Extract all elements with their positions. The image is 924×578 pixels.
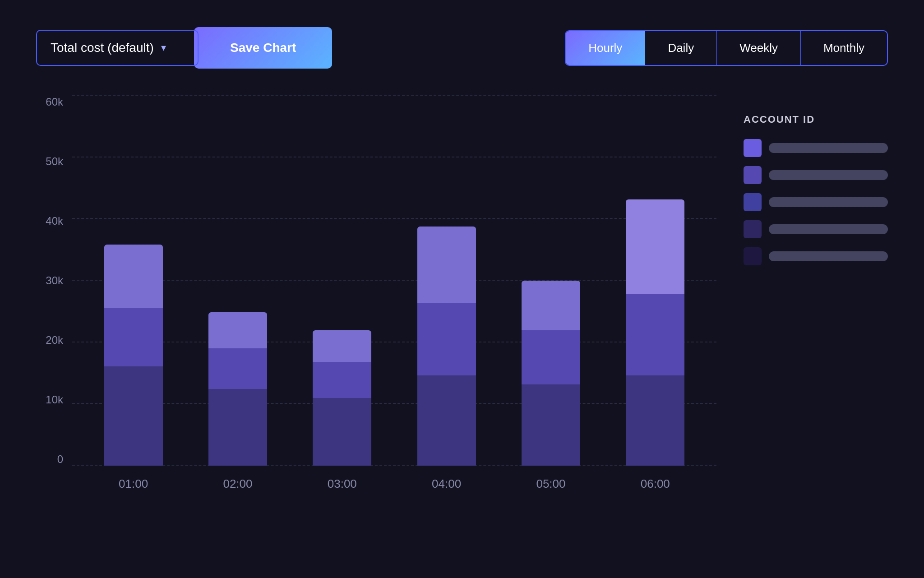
legend-color-1: [744, 139, 762, 157]
bar-segment-03-top: [313, 330, 371, 362]
legend-bar-1: [769, 143, 888, 153]
bars-container: [72, 96, 716, 466]
save-chart-button[interactable]: Save Chart: [194, 27, 332, 69]
y-label-50k: 50k: [46, 155, 63, 168]
legend-title: ACCOUNT ID: [744, 114, 888, 125]
x-label-03: 03:00: [313, 477, 371, 491]
top-controls: Total cost (default) ▾ Save Chart Hourly…: [36, 27, 888, 69]
bar-stack-06: [626, 199, 684, 466]
x-label-06: 06:00: [626, 477, 684, 491]
bar-stack-03: [313, 330, 371, 466]
x-axis: 01:00 02:00 03:00 04:00 05:00 06:00: [72, 466, 716, 502]
bar-segment-03-mid: [313, 362, 371, 398]
bar-stack-01: [104, 245, 163, 466]
legend-bar-3: [769, 197, 888, 207]
legend-panel: ACCOUNT ID: [744, 96, 888, 502]
y-axis: 60k 50k 40k 30k 20k 10k 0: [36, 96, 72, 466]
bar-segment-06-mid: [626, 294, 684, 375]
bar-segment-02-bot: [208, 389, 267, 466]
x-label-05: 05:00: [522, 477, 580, 491]
period-daily[interactable]: Daily: [645, 31, 717, 65]
bar-group-02: [208, 312, 267, 466]
bar-segment-02-top: [208, 312, 267, 348]
x-label-02: 02:00: [208, 477, 267, 491]
bar-group-04: [417, 227, 476, 466]
dropdown-label: Total cost (default): [51, 41, 154, 55]
y-label-0: 0: [57, 453, 63, 466]
left-controls: Total cost (default) ▾ Save Chart: [36, 27, 332, 69]
chart-container: 60k 50k 40k 30k 20k 10k 0: [36, 96, 888, 502]
metric-dropdown[interactable]: Total cost (default) ▾: [36, 30, 199, 66]
legend-color-2: [744, 166, 762, 184]
y-label-20k: 20k: [46, 334, 63, 347]
bar-group-01: [104, 245, 163, 466]
bar-segment-04-mid: [417, 303, 476, 375]
bar-segment-01-top: [104, 245, 163, 308]
y-label-60k: 60k: [46, 96, 63, 108]
chevron-down-icon: ▾: [161, 42, 166, 54]
legend-color-5: [744, 247, 762, 265]
bar-group-03: [313, 330, 371, 466]
legend-item-5: [744, 247, 888, 265]
y-label-10k: 10k: [46, 393, 63, 406]
legend-color-4: [744, 220, 762, 238]
legend-item-2: [744, 166, 888, 184]
bar-segment-04-bot: [417, 375, 476, 466]
bar-segment-06-top: [626, 199, 684, 294]
bar-segment-03-bot: [313, 398, 371, 466]
x-label-04: 04:00: [417, 477, 476, 491]
legend-item-4: [744, 220, 888, 238]
legend-item-3: [744, 193, 888, 211]
legend-bar-2: [769, 170, 888, 180]
period-monthly[interactable]: Monthly: [801, 31, 887, 65]
x-label-01: 01:00: [104, 477, 163, 491]
time-period-selector: Hourly Daily Weekly Monthly: [565, 30, 888, 66]
legend-bar-5: [769, 251, 888, 261]
bar-segment-01-bot: [104, 366, 163, 466]
bar-segment-05-mid: [522, 330, 580, 384]
bar-segment-05-top: [522, 281, 580, 330]
bar-segment-04-top: [417, 227, 476, 303]
main-container: Total cost (default) ▾ Save Chart Hourly…: [0, 0, 924, 578]
legend-color-3: [744, 193, 762, 211]
y-label-30k: 30k: [46, 274, 63, 287]
bar-stack-02: [208, 312, 267, 466]
bar-group-05: [522, 281, 580, 466]
bar-group-06: [626, 199, 684, 466]
bar-segment-06-bot: [626, 375, 684, 466]
bar-segment-05-bot: [522, 384, 580, 466]
y-label-40k: 40k: [46, 215, 63, 227]
bar-segment-01-mid: [104, 308, 163, 366]
period-weekly[interactable]: Weekly: [717, 31, 801, 65]
chart-plot: [72, 96, 716, 466]
bar-stack-04: [417, 227, 476, 466]
chart-area: 60k 50k 40k 30k 20k 10k 0: [36, 96, 716, 502]
legend-items: [744, 139, 888, 265]
period-hourly[interactable]: Hourly: [566, 31, 645, 65]
bar-stack-05: [522, 281, 580, 466]
legend-item-1: [744, 139, 888, 157]
bar-segment-02-mid: [208, 348, 267, 389]
legend-bar-4: [769, 224, 888, 234]
